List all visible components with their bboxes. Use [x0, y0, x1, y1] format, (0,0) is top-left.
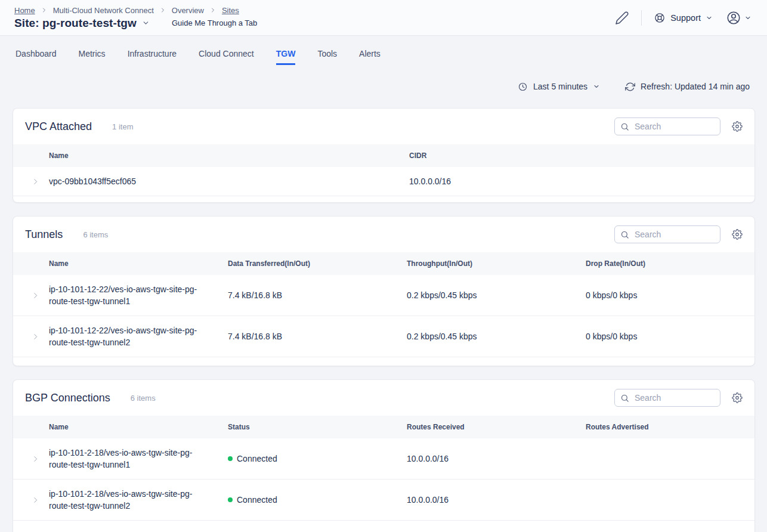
site-switcher-chevron-down-icon[interactable]	[142, 19, 150, 27]
status-label: Connected	[237, 454, 277, 463]
table-row[interactable]: ip-10-101-2-18/ves-io-aws-tgw-site-pg-ro…	[13, 438, 754, 480]
search-input[interactable]	[633, 392, 715, 403]
bgp-name: ip-10-101-2-18/ves-io-aws-tgw-site-pg-ro…	[49, 443, 228, 474]
search-input[interactable]	[633, 229, 715, 240]
bgp-status: Connected	[228, 495, 407, 505]
column-header-drop-rate: Drop Rate(In/Out)	[586, 259, 754, 268]
title-row: Site: pg-route-test-tgw Guide Me Through…	[14, 17, 257, 30]
table-header-row: Name Status Routes Received Routes Adver…	[13, 416, 754, 438]
tab-alerts[interactable]: Alerts	[359, 42, 381, 65]
table-row-partially-visible[interactable]: ip-10-101-12-22/ves-io-aws-tgw-site-pg- …	[13, 521, 754, 532]
user-avatar-icon	[726, 10, 741, 26]
card-title: BGP Connections	[25, 392, 110, 404]
chevron-down-icon	[744, 14, 751, 21]
tunnel-name: ip-10-101-12-22/ves-io-aws-tgw-site-pg-r…	[49, 321, 228, 352]
search-icon	[620, 394, 629, 403]
bgp-status: Connected	[228, 454, 407, 463]
search-box	[614, 117, 720, 135]
support-label: Support	[670, 13, 701, 23]
clock-icon	[518, 82, 528, 92]
gear-icon[interactable]	[732, 229, 743, 240]
search-box	[614, 225, 720, 243]
breadcrumb-home[interactable]: Home	[14, 6, 35, 15]
expand-row-chevron-right-icon[interactable]	[32, 292, 39, 299]
tab-infrastructure[interactable]: Infrastructure	[128, 42, 177, 65]
chevron-right-icon	[209, 7, 217, 14]
vpc-cidr: 10.0.0.0/16	[409, 177, 754, 186]
column-header-name: Name	[49, 259, 228, 268]
refresh-icon	[625, 82, 635, 92]
tunnel-drop-rate: 0 kbps/0 kbps	[586, 290, 754, 300]
column-header-cidr: CIDR	[409, 151, 754, 160]
bgp-routes-received: 10.0.0.0/16	[407, 495, 586, 505]
time-range-label: Last 5 minutes	[533, 82, 587, 91]
tunnel-throughput: 0.2 kbps/0.45 kbps	[407, 290, 586, 300]
column-header-throughput: Throughput(In/Out)	[407, 259, 586, 268]
tab-metrics[interactable]: Metrics	[79, 42, 106, 65]
page-title: Site: pg-route-test-tgw	[14, 17, 137, 30]
column-header-name: Name	[49, 423, 228, 431]
expand-row-chevron-right-icon[interactable]	[32, 178, 39, 185]
tab-tools[interactable]: Tools	[317, 42, 337, 65]
card-header: BGP Connections 6 items	[13, 380, 754, 416]
search-icon	[620, 230, 629, 239]
header-divider	[641, 10, 642, 26]
gear-icon[interactable]	[732, 392, 743, 403]
breadcrumb-sites[interactable]: Sites	[222, 6, 239, 15]
card-title: Tunnels	[25, 228, 63, 241]
gear-icon[interactable]	[732, 121, 743, 132]
expand-row-chevron-right-icon[interactable]	[32, 333, 39, 341]
tunnel-throughput: 0.2 kbps/0.45 kbps	[407, 332, 586, 341]
column-header-routes-received: Routes Received	[407, 423, 586, 431]
table-row[interactable]: vpc-09bb1043ff5ecf065 10.0.0.0/16	[13, 167, 754, 196]
table-header-row: Name CIDR	[13, 144, 754, 167]
expand-row-chevron-right-icon[interactable]	[32, 455, 39, 463]
header-right: Support	[615, 10, 751, 26]
tab-dashboard[interactable]: Dashboard	[16, 42, 57, 65]
card-header: Tunnels 6 items	[13, 216, 754, 252]
chevron-right-icon	[159, 7, 166, 14]
item-count-badge: 6 items	[131, 394, 156, 403]
search-icon	[620, 122, 629, 131]
bgp-routes-received: 10.0.0.0/16	[407, 454, 586, 463]
tab-bar: Dashboard Metrics Infrastructure Cloud C…	[0, 36, 767, 70]
status-dot-green	[228, 456, 233, 461]
header-left: Home Multi-Cloud Network Connect Overvie…	[14, 6, 257, 30]
time-toolbar: Last 5 minutes Refresh: Updated 14 min a…	[0, 75, 750, 98]
search-input[interactable]	[633, 121, 715, 132]
table-header-row: Name Data Transferred(In/Out) Throughput…	[13, 252, 754, 275]
time-range-picker[interactable]: Last 5 minutes	[518, 82, 600, 92]
support-menu[interactable]: Support	[654, 12, 713, 24]
app-root: Home Multi-Cloud Network Connect Overvie…	[0, 0, 767, 532]
page-header: Home Multi-Cloud Network Connect Overvie…	[0, 0, 767, 36]
vpc-table: Name CIDR vpc-09bb1043ff5ecf065 10.0.0.0…	[13, 144, 754, 202]
item-count-badge: 6 items	[83, 230, 108, 239]
chevron-down-icon	[593, 83, 600, 90]
support-lifebuoy-icon	[654, 12, 666, 24]
column-header-routes-advertised: Routes Advertised	[586, 423, 754, 431]
table-row[interactable]: ip-10-101-12-22/ves-io-aws-tgw-site-pg-r…	[13, 316, 754, 357]
breadcrumb-overview[interactable]: Overview	[172, 6, 204, 15]
tunnels-card: Tunnels 6 items Name Data Transferred(In…	[13, 216, 755, 366]
table-row[interactable]: ip-10-101-2-18/ves-io-aws-tgw-site-pg-ro…	[13, 480, 754, 521]
chevron-down-icon	[706, 14, 713, 21]
edit-pencil-icon[interactable]	[615, 11, 629, 25]
expand-row-chevron-right-icon[interactable]	[32, 496, 39, 504]
tab-cloud-connect[interactable]: Cloud Connect	[199, 42, 254, 65]
column-header-status: Status	[228, 423, 407, 431]
card-header: VPC Attached 1 item	[13, 109, 754, 144]
refresh-status-label: Refresh: Updated 14 min ago	[641, 82, 750, 91]
tab-tgw[interactable]: TGW	[276, 42, 296, 65]
guide-me-button[interactable]: Guide Me Through a Tab	[172, 18, 257, 27]
status-dot-green	[228, 497, 233, 502]
item-count-badge: 1 item	[112, 122, 133, 131]
account-menu[interactable]	[726, 10, 751, 26]
tunnels-table: Name Data Transferred(In/Out) Throughput…	[13, 252, 754, 366]
table-row[interactable]: ip-10-101-12-22/ves-io-aws-tgw-site-pg-r…	[13, 275, 754, 316]
tunnel-name: ip-10-101-12-22/ves-io-aws-tgw-site-pg-r…	[49, 280, 228, 311]
vpc-name: vpc-09bb1043ff5ecf065	[49, 172, 409, 191]
tunnel-drop-rate: 0 kbps/0 kbps	[586, 332, 754, 341]
refresh-button[interactable]: Refresh: Updated 14 min ago	[625, 82, 750, 92]
breadcrumb-multi-cloud-network-connect[interactable]: Multi-Cloud Network Connect	[53, 6, 154, 15]
vpc-attached-card: VPC Attached 1 item Name CIDR	[13, 108, 755, 203]
